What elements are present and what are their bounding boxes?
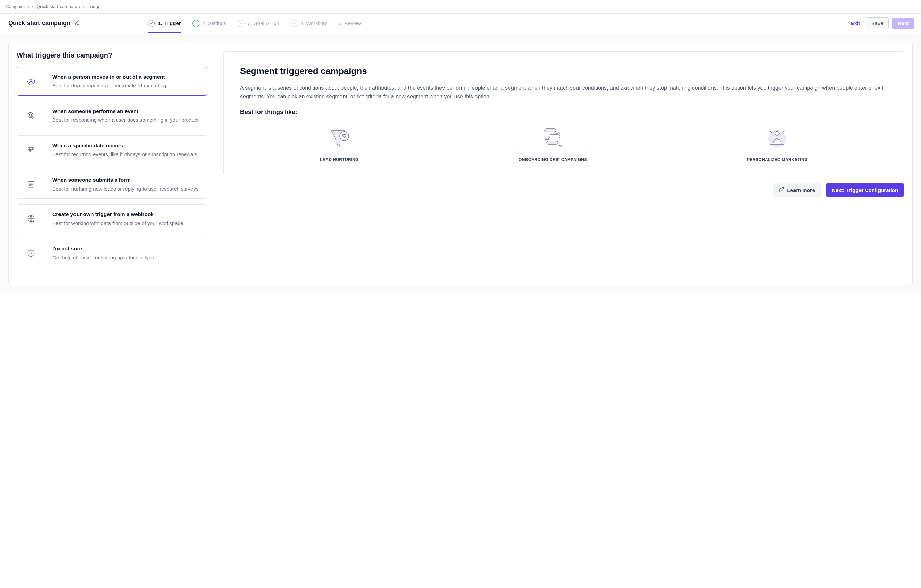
breadcrumb-separator: / [32, 4, 33, 9]
event-target-icon [17, 101, 45, 130]
question-icon [17, 239, 45, 267]
breadcrumb-item[interactable]: Campaigns [5, 4, 29, 9]
svg-rect-12 [548, 135, 560, 138]
svg-point-18 [775, 131, 779, 135]
check-circle-icon [290, 20, 297, 27]
option-title: Create your own trigger from a webhook [52, 211, 183, 217]
learn-more-label: Learn more [787, 187, 815, 193]
person-spotlight-icon [765, 125, 789, 152]
trigger-option-webhook[interactable]: Create your own trigger from a webhook B… [17, 204, 207, 233]
option-desc: Get help choosing or setting up a trigge… [52, 254, 154, 260]
svg-point-15 [545, 139, 547, 140]
step-review[interactable]: 5. Review [338, 14, 361, 33]
step-label: 3. Goal & Exit [247, 20, 279, 26]
detail-heading: Segment triggered campaigns [240, 66, 888, 77]
best-for-heading: Best for things like: [240, 109, 888, 116]
calendar-icon [17, 136, 45, 164]
check-circle-icon [238, 20, 244, 27]
breadcrumb: Campaigns / Quick start campaign / Trigg… [0, 0, 921, 14]
option-desc: Best for recurring events, like birthday… [52, 151, 197, 157]
trigger-option-event[interactable]: When someone performs an event Best for … [17, 101, 207, 130]
topbar: Quick start campaign 1. Trigger 2. Setti… [0, 14, 921, 33]
next-button[interactable]: Next [892, 18, 914, 29]
svg-point-1 [30, 79, 32, 81]
svg-point-9 [31, 254, 31, 255]
option-title: When someone performs an event [52, 108, 198, 114]
best-for-item: PERSONALIZED MARKETING [747, 125, 808, 162]
svg-rect-4 [28, 148, 34, 153]
best-for-label: LEAD NURTURING [320, 157, 359, 162]
step-trigger[interactable]: 1. Trigger [148, 14, 181, 33]
option-desc: Best for nurturing new leads or replying… [52, 186, 198, 192]
wizard-steps: 1. Trigger 2. Settings 3. Goal & Exit 4.… [148, 14, 846, 33]
funnel-heart-icon [327, 125, 351, 152]
svg-rect-5 [29, 150, 30, 152]
best-for-label: ONBOARDING DRIP CAMPAIGNS [519, 157, 587, 162]
svg-rect-13 [547, 141, 558, 144]
breadcrumb-item[interactable]: Quick start campaign [37, 4, 80, 9]
chevron-left-icon [846, 21, 850, 26]
trigger-option-form[interactable]: When someone submits a form Best for nur… [17, 170, 207, 199]
step-label: 5. Review [338, 20, 361, 26]
segment-person-icon [17, 67, 45, 95]
trigger-option-date[interactable]: When a specific date occurs Best for rec… [17, 135, 207, 165]
form-icon [17, 170, 45, 199]
step-label: 2. Settings [202, 20, 226, 26]
best-for-item: LEAD NURTURING [320, 125, 359, 162]
trigger-detail-panel: Segment triggered campaigns A segment is… [223, 51, 904, 175]
breadcrumb-separator: / [83, 4, 85, 9]
next-trigger-config-button[interactable]: Next: Trigger Configuration [826, 183, 904, 197]
step-label: 4. Workflow [300, 20, 327, 26]
svg-rect-11 [545, 129, 556, 132]
save-button[interactable]: Save [866, 17, 889, 29]
option-desc: Best for drip campaigns or personalized … [52, 83, 166, 88]
exit-label: Exit [851, 20, 861, 26]
external-link-icon [779, 187, 784, 192]
check-circle-icon [148, 20, 155, 27]
breadcrumb-current: Trigger [88, 4, 102, 9]
option-desc: Best for responding when a user does som… [52, 117, 198, 123]
option-desc: Best for working with data from outside … [52, 220, 183, 226]
exit-link[interactable]: Exit [846, 20, 861, 26]
page-title: Quick start campaign [8, 20, 70, 27]
learn-more-button[interactable]: Learn more [773, 183, 821, 197]
best-for-label: PERSONALIZED MARKETING [747, 157, 808, 162]
svg-point-16 [560, 145, 561, 146]
globe-sync-icon [17, 205, 45, 233]
option-title: When someone submits a form [52, 177, 198, 183]
step-goal-exit[interactable]: 3. Goal & Exit [238, 14, 279, 33]
option-title: When a specific date occurs [52, 143, 197, 149]
edit-title-icon[interactable] [75, 20, 80, 26]
step-workflow[interactable]: 4. Workflow [290, 14, 327, 33]
check-circle-icon [192, 20, 199, 27]
best-for-item: ONBOARDING DRIP CAMPAIGNS [519, 125, 587, 162]
svg-point-14 [558, 133, 560, 134]
step-label: 1. Trigger [158, 20, 181, 26]
trigger-option-segment[interactable]: When a person moves in or out of a segme… [17, 67, 207, 96]
trigger-option-not-sure[interactable]: I'm not sure Get help choosing or settin… [17, 239, 207, 267]
detail-body: A segment is a series of conditions abou… [240, 84, 888, 101]
option-title: When a person moves in or out of a segme… [52, 74, 166, 80]
svg-point-3 [29, 114, 31, 116]
step-settings[interactable]: 2. Settings [192, 14, 226, 33]
triggers-heading: What triggers this campaign? [17, 51, 207, 59]
option-title: I'm not sure [52, 246, 154, 252]
flow-steps-icon [540, 125, 565, 152]
